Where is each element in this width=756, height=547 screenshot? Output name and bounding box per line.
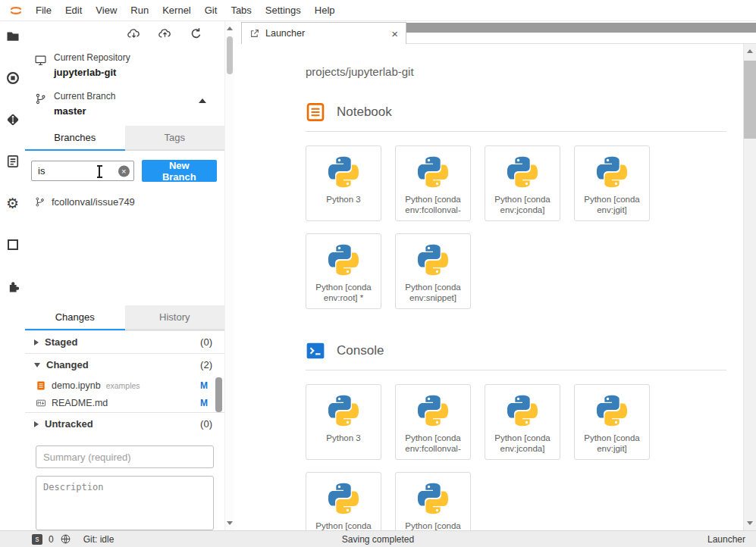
launcher-card[interactable]: Python [conda env:jconda] [485, 145, 560, 221]
current-repository-value: jupyterlab-git [54, 67, 130, 78]
launcher-card-label: Python [conda env:root] * [306, 520, 381, 530]
git-pull-icon[interactable] [127, 27, 141, 41]
launcher-card-label: Python [conda env:jgit] [575, 433, 649, 455]
sidebar-scrollbar[interactable] [224, 21, 234, 530]
python-icon [414, 242, 452, 278]
launcher-card[interactable]: Python 3 [306, 145, 381, 221]
branch-icon [34, 196, 45, 208]
branch-filter-input[interactable]: is × [31, 161, 134, 181]
file-browser-icon[interactable] [5, 29, 20, 44]
refresh-icon[interactable] [189, 27, 203, 41]
file-status-modified: M [200, 398, 208, 408]
open-tabs-icon[interactable] [5, 237, 20, 252]
menu-item[interactable]: Tabs [224, 5, 258, 16]
commit-summary-input[interactable] [36, 445, 214, 468]
launcher-card[interactable]: Python [conda env:jconda] [485, 384, 560, 460]
scroll-up-icon[interactable] [227, 27, 233, 30]
command-palette-icon[interactable] [5, 154, 20, 169]
collapse-branch-caret-icon[interactable] [199, 98, 206, 103]
launcher-card[interactable]: Python [conda env:fcollonval- [395, 145, 471, 221]
python-icon [593, 392, 631, 429]
launcher-card-label: Python [conda env:snippet] [396, 282, 470, 304]
sidebar-scrollbar-thumb[interactable] [227, 36, 233, 74]
file-path: examples [106, 381, 140, 390]
python-icon [503, 154, 541, 190]
launcher-card-label: Python [conda env:root] * [306, 282, 381, 304]
menu-item[interactable]: Git [198, 5, 224, 16]
staged-section-header[interactable]: Staged (0) [25, 330, 224, 353]
console-section: Console Python 3 [306, 341, 726, 530]
tab-launcher[interactable]: Launcher × [241, 22, 406, 44]
staged-count: (0) [200, 336, 212, 348]
launcher-card[interactable]: Python [conda env:jgit] [574, 384, 650, 460]
launcher-card[interactable]: Python [conda env:snippet] [395, 472, 471, 530]
launcher-card[interactable]: Python [conda env:snippet] [395, 233, 471, 309]
launcher-card[interactable]: Python [conda env:fcollonval- [395, 384, 471, 460]
tab-tags[interactable]: Tags [125, 126, 225, 151]
menu-item[interactable]: Run [124, 5, 155, 16]
tab-history[interactable]: History [125, 305, 225, 330]
changed-file-list: demo.ipynb examples M README.md M [25, 376, 224, 412]
tab-branches[interactable]: Branches [25, 126, 125, 151]
changes-history-tabs: Changes History [25, 305, 224, 330]
running-sessions-icon[interactable] [5, 70, 20, 86]
menu-item[interactable]: Edit [58, 5, 89, 16]
menu-item[interactable]: Kernel [155, 5, 198, 16]
git-sidebar-icon[interactable] [5, 112, 20, 127]
python-icon [325, 154, 362, 190]
launcher-card[interactable]: Python [conda env:root] * [306, 472, 381, 530]
python-icon [414, 154, 452, 190]
scroll-down-icon[interactable] [227, 521, 233, 525]
launcher-card[interactable]: Python [conda env:jgit] [574, 145, 650, 221]
notebook-file-icon [36, 380, 46, 391]
python-icon [414, 480, 452, 517]
changed-file-row[interactable]: demo.ipynb examples M [25, 377, 224, 394]
untracked-label: Untracked [45, 418, 93, 430]
tab-changes[interactable]: Changes [25, 305, 125, 330]
git-status-text[interactable]: Git: idle [83, 534, 114, 545]
repository-icon [34, 54, 47, 67]
launcher-content: projects/jupyterlab-git Notebook [241, 44, 743, 530]
menu-item[interactable]: View [89, 5, 124, 16]
branch-list-item[interactable]: fcollonval/issue749 [25, 192, 224, 211]
close-tab-icon[interactable]: × [391, 28, 398, 39]
python-icon [593, 154, 631, 190]
menu-item[interactable]: Help [308, 5, 342, 16]
markdown-file-icon [36, 398, 46, 408]
new-branch-button[interactable]: New Branch [142, 160, 217, 182]
untracked-section-header[interactable]: Untracked (0) [25, 412, 224, 435]
main-scrollbar[interactable] [743, 44, 756, 530]
property-inspector-icon[interactable]: ⚙ [5, 195, 20, 211]
branch-filter-row: is × New Branch [25, 151, 224, 186]
status-bar: s 0 Git: idle Saving completed Launcher [0, 530, 756, 547]
clear-filter-icon[interactable]: × [118, 165, 130, 177]
python-icon [325, 392, 362, 429]
changed-file-row[interactable]: README.md M [25, 394, 224, 411]
menu-bar: File Edit View Run Kernel Git Tabs Setti… [0, 0, 756, 21]
console-section-title: Console [337, 343, 384, 358]
caret-right-icon [34, 339, 39, 345]
changed-section-header[interactable]: Changed (2) [25, 353, 224, 376]
changed-label: Changed [46, 359, 89, 370]
commit-description-input[interactable] [36, 476, 214, 530]
scroll-down-icon[interactable] [747, 521, 753, 525]
launcher-card-label: Python [conda env:jgit] [575, 194, 649, 216]
scroll-up-icon[interactable] [747, 49, 753, 53]
file-name: demo.ipynb [52, 380, 101, 391]
menu-item[interactable]: Settings [259, 5, 308, 16]
activity-bar: ⚙ [0, 21, 25, 530]
panel-splitter[interactable] [234, 21, 241, 530]
extension-manager-icon[interactable] [5, 279, 20, 294]
git-toolbar [25, 21, 224, 45]
main-scrollbar-thumb[interactable] [744, 61, 756, 139]
file-list-scrollbar-thumb[interactable] [215, 377, 222, 412]
tab-label: Launcher [265, 28, 305, 39]
commit-message-box [25, 435, 224, 530]
launcher-card[interactable]: Python [conda env:root] * [306, 233, 381, 309]
menu-item[interactable]: File [29, 5, 58, 16]
python-icon [414, 392, 452, 429]
git-push-icon[interactable] [158, 27, 172, 41]
text-cursor [99, 166, 100, 177]
launcher-card[interactable]: Python 3 [306, 384, 381, 460]
branch-icon [34, 92, 47, 105]
